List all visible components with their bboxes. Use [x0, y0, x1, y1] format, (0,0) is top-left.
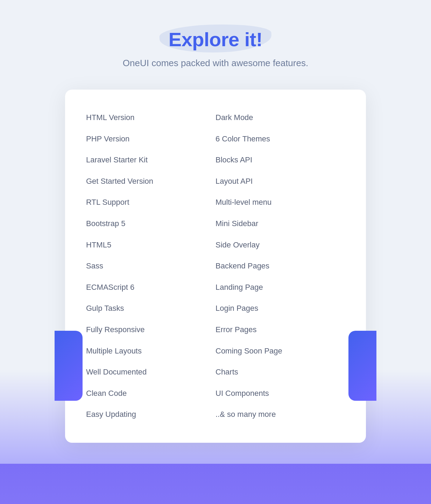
right-column: Dark Mode6 Color ThemesBlocks APILayout …	[216, 107, 345, 425]
feature-item: Bootstrap 5	[86, 213, 216, 234]
feature-item: Dark Mode	[216, 107, 345, 128]
feature-item: Landing Page	[216, 277, 345, 298]
feature-item: Easy Updating	[86, 404, 216, 425]
feature-item: HTML5	[86, 234, 216, 256]
feature-item: UI Components	[216, 383, 345, 404]
page-subtitle: OneUI comes packed with awesome features…	[123, 58, 308, 69]
feature-item: ECMAScript 6	[86, 277, 216, 298]
feature-item: Clean Code	[86, 383, 216, 404]
feature-item: Layout API	[216, 171, 345, 192]
feature-item: Backend Pages	[216, 255, 345, 277]
page-wrapper: Explore it! OneUI comes packed with awes…	[0, 0, 431, 443]
feature-item: Well Documented	[86, 362, 216, 383]
feature-item: Fully Responsive	[86, 319, 216, 341]
left-decoration	[55, 331, 83, 401]
feature-item: Blocks API	[216, 149, 345, 171]
feature-item: 6 Color Themes	[216, 128, 345, 150]
page-bottom-gradient	[0, 464, 431, 504]
feature-item: Gulp Tasks	[86, 298, 216, 319]
feature-item: ..& so many more	[216, 404, 345, 425]
feature-item: Get Started Version	[86, 171, 216, 192]
features-grid: HTML VersionPHP VersionLaravel Starter K…	[86, 107, 345, 425]
feature-item: Login Pages	[216, 298, 345, 319]
left-column: HTML VersionPHP VersionLaravel Starter K…	[86, 107, 216, 425]
right-decoration	[348, 331, 376, 401]
page-title: Explore it!	[123, 28, 308, 51]
feature-item: Side Overlay	[216, 234, 345, 256]
feature-item: Charts	[216, 362, 345, 383]
header-section: Explore it! OneUI comes packed with awes…	[123, 28, 308, 69]
feature-item: HTML Version	[86, 107, 216, 128]
feature-item: Mini Sidebar	[216, 213, 345, 234]
feature-item: RTL Support	[86, 192, 216, 213]
features-card: HTML VersionPHP VersionLaravel Starter K…	[65, 90, 366, 443]
feature-item: Multiple Layouts	[86, 341, 216, 362]
feature-item: Laravel Starter Kit	[86, 149, 216, 171]
feature-item: PHP Version	[86, 128, 216, 150]
feature-item: Sass	[86, 255, 216, 277]
feature-item: Coming Soon Page	[216, 341, 345, 362]
feature-item: Error Pages	[216, 319, 345, 341]
feature-item: Multi-level menu	[216, 192, 345, 213]
